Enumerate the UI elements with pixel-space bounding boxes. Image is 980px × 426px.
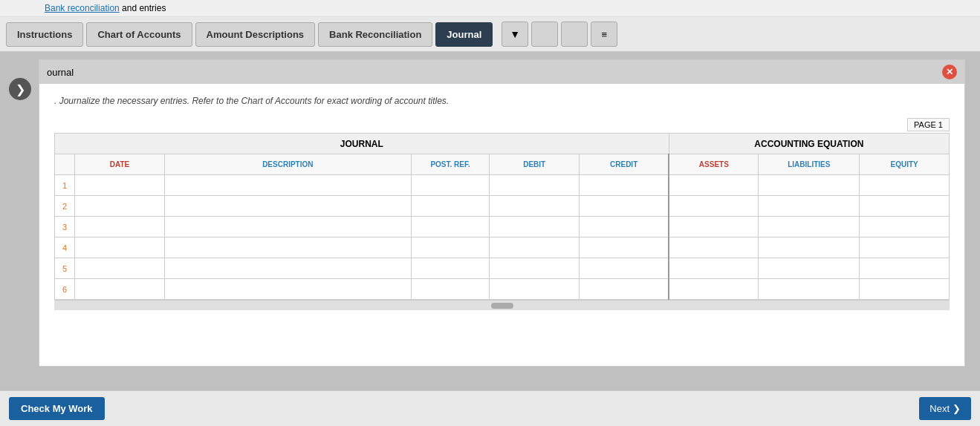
input-liabilities-row1[interactable] [759, 175, 859, 195]
input-liabilities-row6[interactable] [759, 279, 859, 299]
cell-liabilities-row2[interactable] [759, 196, 860, 217]
cell-liabilities-row1[interactable] [759, 175, 860, 196]
tab-bank-reconciliation[interactable]: Bank Reconciliation [318, 22, 432, 47]
cell-liabilities-row3[interactable] [759, 217, 860, 237]
cell-credit-row2[interactable] [580, 196, 669, 217]
cell-assets-row1[interactable] [669, 175, 759, 196]
next-button[interactable]: Next ❯ [919, 397, 971, 411]
input-description-row2[interactable] [165, 196, 411, 216]
input-post-ref-row2[interactable] [412, 196, 490, 216]
cell-assets-row4[interactable] [669, 237, 759, 258]
input-equity-row3[interactable] [860, 217, 949, 237]
lines-button[interactable]: ≡ [591, 22, 617, 47]
input-credit-row1[interactable] [580, 175, 668, 195]
cell-equity-row3[interactable] [860, 217, 950, 237]
input-post-ref-row1[interactable] [412, 175, 490, 195]
input-description-row1[interactable] [165, 175, 411, 195]
input-post-ref-row5[interactable] [412, 258, 490, 278]
input-debit-row5[interactable] [490, 258, 579, 278]
input-equity-row6[interactable] [860, 279, 949, 299]
cell-debit-row2[interactable] [490, 196, 580, 217]
input-equity-row4[interactable] [860, 237, 949, 258]
input-liabilities-row3[interactable] [759, 217, 859, 237]
cell-equity-row5[interactable] [860, 258, 950, 279]
input-equity-row2[interactable] [860, 196, 949, 216]
cell-description-row6[interactable] [164, 279, 411, 300]
input-assets-row5[interactable] [669, 258, 758, 278]
cell-debit-row1[interactable] [490, 175, 580, 196]
cell-post-ref-row4[interactable] [411, 237, 490, 258]
blank-btn-1[interactable] [531, 22, 558, 47]
cell-credit-row1[interactable] [580, 175, 669, 196]
cell-assets-row5[interactable] [669, 258, 759, 279]
cell-description-row1[interactable] [164, 175, 411, 196]
cell-post-ref-row1[interactable] [411, 175, 490, 196]
input-description-row3[interactable] [165, 217, 411, 237]
cell-debit-row4[interactable] [490, 237, 580, 258]
cell-assets-row3[interactable] [669, 217, 759, 237]
input-post-ref-row3[interactable] [412, 217, 490, 237]
input-liabilities-row4[interactable] [759, 237, 859, 258]
input-date-row5[interactable] [75, 258, 164, 278]
input-debit-row1[interactable] [490, 175, 579, 195]
cell-credit-row3[interactable] [580, 217, 669, 237]
cell-debit-row6[interactable] [490, 279, 580, 300]
cell-equity-row2[interactable] [860, 196, 950, 217]
input-assets-row3[interactable] [669, 217, 758, 237]
cell-date-row2[interactable] [75, 196, 165, 217]
input-credit-row6[interactable] [580, 279, 668, 299]
input-credit-row5[interactable] [580, 258, 668, 278]
cell-post-ref-row5[interactable] [411, 258, 490, 279]
cell-liabilities-row6[interactable] [759, 279, 860, 300]
cell-date-row3[interactable] [75, 217, 165, 237]
cell-description-row4[interactable] [164, 237, 411, 258]
cell-description-row2[interactable] [164, 196, 411, 217]
nav-arrow-button[interactable]: ❯ [9, 78, 31, 100]
input-credit-row4[interactable] [580, 237, 668, 258]
cell-description-row5[interactable] [164, 258, 411, 279]
input-post-ref-row4[interactable] [412, 237, 490, 258]
input-equity-row1[interactable] [860, 175, 949, 195]
input-date-row1[interactable] [75, 175, 164, 195]
cell-post-ref-row3[interactable] [411, 217, 490, 237]
input-liabilities-row5[interactable] [759, 258, 859, 278]
input-credit-row3[interactable] [580, 217, 668, 237]
cell-liabilities-row4[interactable] [759, 237, 860, 258]
input-liabilities-row2[interactable] [759, 196, 859, 216]
dropdown-button[interactable]: ▼ [502, 22, 528, 47]
tab-instructions[interactable]: Instructions [6, 22, 83, 47]
cell-credit-row5[interactable] [580, 258, 669, 279]
cell-credit-row6[interactable] [580, 279, 669, 300]
tab-chart-of-accounts[interactable]: Chart of Accounts [86, 22, 192, 47]
input-assets-row2[interactable] [669, 196, 758, 216]
input-post-ref-row6[interactable] [412, 279, 490, 299]
input-equity-row5[interactable] [860, 258, 949, 278]
cell-assets-row2[interactable] [669, 196, 759, 217]
horizontal-scrollbar[interactable] [54, 300, 950, 310]
cell-equity-row1[interactable] [860, 175, 950, 196]
input-credit-row2[interactable] [580, 196, 668, 216]
cell-debit-row3[interactable] [490, 217, 580, 237]
cell-equity-row6[interactable] [860, 279, 950, 300]
input-date-row2[interactable] [75, 196, 164, 216]
cell-equity-row4[interactable] [860, 237, 950, 258]
input-description-row5[interactable] [165, 258, 411, 278]
cell-date-row5[interactable] [75, 258, 165, 279]
input-debit-row2[interactable] [490, 196, 579, 216]
input-debit-row4[interactable] [490, 237, 579, 258]
input-description-row4[interactable] [165, 237, 411, 258]
cell-date-row1[interactable] [75, 175, 165, 196]
breadcrumb-link[interactable]: Bank reconciliation [45, 3, 120, 13]
cell-assets-row6[interactable] [669, 279, 759, 300]
input-assets-row1[interactable] [669, 175, 758, 195]
cell-post-ref-row2[interactable] [411, 196, 490, 217]
cell-description-row3[interactable] [164, 217, 411, 237]
cell-date-row6[interactable] [75, 279, 165, 300]
tab-journal[interactable]: Journal [435, 22, 493, 47]
input-assets-row6[interactable] [669, 279, 758, 299]
cell-credit-row4[interactable] [580, 237, 669, 258]
close-button[interactable]: ✕ [942, 65, 957, 79]
input-date-row6[interactable] [75, 279, 164, 299]
cell-debit-row5[interactable] [490, 258, 580, 279]
cell-date-row4[interactable] [75, 237, 165, 258]
